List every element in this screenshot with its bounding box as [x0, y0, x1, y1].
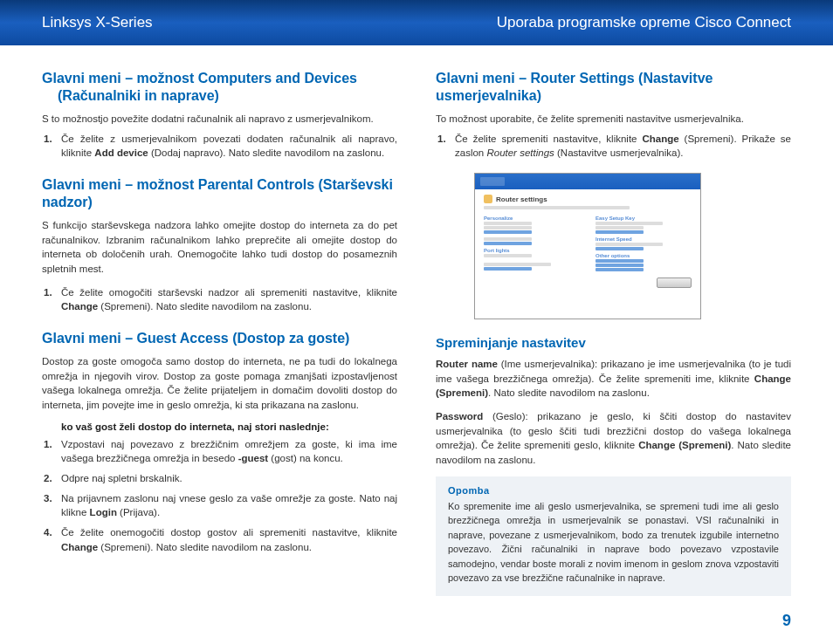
p-bold: Change (Spremeni): [638, 440, 731, 450]
li-text: (gost) na koncu.: [268, 453, 343, 463]
li-ital: Router settings: [486, 147, 554, 158]
heading-router-settings: Glavni meni – Router Settings (Nastavitv…: [436, 70, 791, 105]
mock-h: Personalize: [484, 216, 580, 221]
li-bold: Change: [61, 301, 98, 312]
heading-computers-devices: Glavni meni – možnost Computers and Devi…: [42, 70, 397, 105]
li-text: Odpre naj spletni brskalnik.: [61, 473, 182, 483]
mock-ok-button: [657, 277, 692, 288]
li-text: Če želite spremeniti nastavitve, kliknit…: [455, 134, 642, 144]
li-text: (Spremeni). Nato sledite navodilom na za…: [98, 301, 312, 312]
gear-icon: [484, 195, 492, 203]
section-change-settings: Spreminjanje nastavitev Router name (Ime…: [436, 335, 791, 596]
ordered-list: 1.Vzpostavi naj povezavo z brezžičnim om…: [42, 437, 397, 555]
mock-h: Internet Speed: [595, 236, 692, 242]
heading-line1: Glavni meni – možnost Computers and Devi…: [42, 71, 357, 86]
section-guest-access: Glavni meni – Guest Access (Dostop za go…: [42, 330, 397, 554]
li-text: Če želite omogočiti starševski nadzor al…: [61, 287, 397, 298]
para-password: Password (Geslo): prikazano je geslo, ki…: [436, 409, 791, 468]
header-bar: Linksys X-Series Uporaba programske opre…: [0, 0, 833, 45]
ordered-list: 1.Če želite z usmerjevalnikom povezati d…: [42, 132, 397, 161]
sub-heading: ko vaš gost želi dostop do interneta, na…: [61, 421, 397, 432]
screenshot-router-settings: Router settings Personalize Port lights: [474, 173, 701, 319]
mock-titlebar: [475, 174, 700, 189]
header-left: Linksys X-Series: [42, 14, 153, 31]
mock-h: Other options: [595, 253, 692, 258]
left-column: Glavni meni – možnost Computers and Devi…: [42, 70, 397, 612]
mock-subtitle: [484, 206, 692, 209]
list-item: 1.Če želite omogočiti starševski nadzor …: [61, 285, 397, 314]
li-text: (Nastavitve usmerjevalnika).: [554, 147, 684, 158]
heading-guest: Glavni meni – Guest Access (Dostop za go…: [42, 330, 397, 347]
list-item: 1.Če želite spremeniti nastavitve, klikn…: [455, 132, 791, 161]
heading-parental: Glavni meni – možnost Parental Controls …: [42, 176, 397, 211]
p-bold: Password: [436, 411, 483, 421]
li-bold: Add device: [94, 147, 148, 158]
heading-line2: (Računalniki in naprave): [42, 88, 219, 103]
ordered-list: 1.Če želite omogočiti starševski nadzor …: [42, 285, 397, 314]
heading-change-settings: Spreminjanje nastavitev: [436, 335, 791, 350]
li-bold: Login: [90, 507, 117, 517]
li-text: Če želite onemogočiti dostop gostov ali …: [61, 527, 397, 538]
list-item: 1.Če želite z usmerjevalnikom povezati d…: [61, 132, 397, 161]
intro-text: To možnost uporabite, če želite spremeni…: [436, 112, 791, 127]
section-router-settings: Glavni meni – Router Settings (Nastavitv…: [436, 70, 791, 319]
li-bold: Change: [642, 134, 678, 144]
para-router-name: Router name (Ime usmerjevalnika): prikaz…: [436, 357, 791, 401]
li-bold: -guest: [238, 453, 269, 463]
intro-text: S to možnostjo povežite dodatni računaln…: [42, 112, 397, 127]
page-body: Glavni meni – možnost Computers and Devi…: [0, 45, 833, 612]
mock-title-row: Router settings: [484, 195, 692, 203]
li-text: (Dodaj napravo). Nato sledite navodilom …: [148, 147, 384, 158]
cisco-logo-icon: [480, 177, 505, 186]
li-text: (Prijava).: [117, 507, 160, 517]
mock-title-text: Router settings: [496, 195, 547, 203]
note-box: Opomba Ko spremenite ime ali geslo usmer…: [436, 476, 791, 596]
intro-text: S funkcijo starševskega nadzora lahko om…: [42, 218, 397, 277]
p-bold: Router name: [436, 359, 498, 369]
header-right: Uporaba programske opreme Cisco Connect: [497, 14, 791, 31]
list-item: 3.Na prijavnem zaslonu naj vnese geslo z…: [61, 491, 397, 520]
note-title: Opomba: [448, 485, 779, 496]
section-computers-devices: Glavni meni – možnost Computers and Devi…: [42, 70, 397, 161]
section-parental-controls: Glavni meni – možnost Parental Controls …: [42, 176, 397, 314]
mock-body: Router settings Personalize Port lights: [475, 189, 700, 319]
li-text: (Spremeni). Nato sledite navodilom na za…: [98, 542, 312, 552]
ordered-list: 1.Če želite spremeniti nastavitve, klikn…: [436, 132, 791, 161]
list-item: 1.Vzpostavi naj povezavo z brezžičnim om…: [61, 437, 397, 466]
intro-text: Dostop za goste omogoča samo dostop do i…: [42, 354, 397, 413]
mock-h: Port lights: [484, 248, 580, 253]
p-text: . Nato sledite navodilom na zaslonu.: [488, 387, 650, 398]
list-item: 2.Odpre naj spletni brskalnik.: [61, 471, 397, 486]
page-number: 9: [782, 612, 791, 630]
list-item: 4.Če želite onemogočiti dostop gostov al…: [61, 525, 397, 554]
li-bold: Change: [61, 542, 98, 552]
mock-h: Easy Setup Key: [595, 216, 692, 221]
right-column: Glavni meni – Router Settings (Nastavitv…: [436, 70, 791, 612]
note-body: Ko spremenite ime ali geslo usmerjevalni…: [448, 499, 779, 586]
li-text: Vzpostavi naj povezavo z brezžičnim omre…: [61, 439, 397, 464]
